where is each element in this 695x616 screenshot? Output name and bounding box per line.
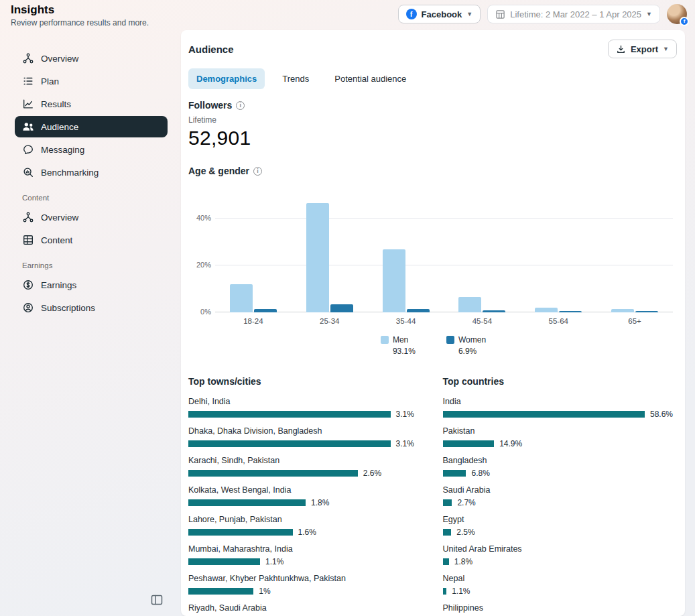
bar-list-item: India58.6% [443, 397, 678, 419]
bar-list-item: Lahore, Punjab, Pakistan1.6% [188, 515, 423, 537]
bar-item-value: 58.6% [650, 410, 673, 419]
export-button[interactable]: Export ▼ [608, 40, 677, 58]
men-bar [230, 284, 253, 312]
bar-item-row: 58.6% [443, 410, 678, 419]
bar-item-label: Nepal [443, 574, 678, 583]
tab-potential-audience[interactable]: Potential audience [326, 68, 414, 89]
age-group-35-44 [368, 195, 444, 312]
date-range-button[interactable]: Lifetime: 2 Mar 2022 – 1 Apr 2025 ▼ [487, 5, 660, 23]
bar-item-bar [443, 558, 449, 565]
bar-item-row: 3.1% [188, 410, 423, 419]
chart-line-icon [22, 98, 34, 110]
body-row: OverviewPlanResultsAudienceMessagingBenc… [0, 30, 695, 616]
men-bar [383, 249, 405, 313]
top-towns-section: Top towns/cities Delhi, India3.1%Dhaka, … [188, 376, 423, 616]
sidebar-item-label: Subscriptions [41, 303, 95, 313]
sidebar-item-label: Results [41, 99, 71, 109]
bar-item-label: India [443, 397, 678, 406]
followers-count: 52,901 [188, 127, 677, 149]
tab-trends[interactable]: Trends [274, 68, 317, 89]
sidebar-section-label-content: Content [22, 194, 168, 202]
flow-icon [22, 211, 34, 223]
sidebar-item-earnings-earnings[interactable]: Earnings [15, 274, 168, 296]
bar-item-label: Delhi, India [188, 397, 423, 406]
bar-item-row: 1.8% [443, 557, 678, 566]
bar-list-item: Bangladesh6.8% [443, 456, 678, 478]
audience-tabs: DemographicsTrendsPotential audience [188, 68, 677, 89]
insights-app: Insights Review performance results and … [0, 0, 695, 616]
women-bar [407, 309, 430, 312]
bar-item-value: 1.8% [311, 498, 329, 507]
followers-title: Followers [188, 100, 232, 111]
sidebar-item-label: Messaging [41, 145, 84, 155]
bar-item-value: 6.8% [471, 469, 489, 478]
bar-item-row: 1% [188, 587, 423, 596]
x-axis-label: 55-64 [520, 317, 596, 325]
sidebar: OverviewPlanResultsAudienceMessagingBenc… [0, 30, 181, 616]
tab-demographics[interactable]: Demographics [188, 68, 265, 89]
bar-item-row: 3.1% [188, 439, 423, 448]
bar-item-value: 3.1% [396, 439, 414, 448]
chevron-down-icon: ▼ [466, 11, 472, 17]
y-axis-tick: 40% [191, 214, 211, 222]
info-icon[interactable]: i [236, 101, 245, 110]
card-header: Audience Export ▼ [188, 40, 677, 58]
chart-legend: Men 93.1% Women 6.9% [191, 335, 676, 356]
sidebar-item-content-overview[interactable]: Overview [15, 206, 168, 228]
sidebar-item-messaging[interactable]: Messaging [15, 139, 168, 160]
age-group-25-34 [292, 195, 368, 312]
bar-item-value: 14.9% [499, 439, 522, 448]
age-gender-heading: Age & gender i [188, 166, 677, 176]
bar-list-item: Egypt2.5% [443, 515, 678, 537]
bar-item-bar [188, 470, 358, 477]
age-gender-title: Age & gender [188, 166, 249, 176]
bar-list-item: Philippines1.1% [443, 603, 678, 616]
sidebar-collapse-button[interactable] [150, 593, 164, 607]
sidebar-item-label: Audience [41, 122, 78, 132]
sidebar-item-label: Plan [41, 76, 59, 86]
bar-item-bar [188, 529, 293, 536]
bar-item-bar [443, 588, 447, 595]
person-circle-icon [22, 302, 34, 314]
bar-item-bar [443, 529, 452, 536]
sidebar-item-label: Content [41, 235, 72, 245]
sidebar-item-label: Benchmarking [41, 168, 99, 178]
page-title: Insights [11, 4, 149, 17]
bar-item-bar [443, 411, 645, 418]
y-axis-tick: 0% [191, 308, 211, 316]
bar-item-value: 1% [259, 587, 270, 596]
sidebar-item-audience[interactable]: Audience [15, 116, 168, 137]
bar-item-bar [443, 499, 452, 506]
followers-period: Lifetime [188, 115, 677, 125]
bar-item-bar [188, 558, 260, 565]
facebook-icon: f [406, 9, 417, 19]
sidebar-item-label: Overview [41, 212, 78, 223]
facebook-selector-button[interactable]: f Facebook ▼ [398, 5, 481, 23]
x-axis-label: 25-34 [292, 317, 368, 325]
bar-item-bar [443, 470, 466, 477]
export-label: Export [631, 44, 658, 54]
sidebar-item-content-content[interactable]: Content [15, 229, 168, 251]
bar-item-row: 6.8% [443, 469, 678, 478]
top-towns-title: Top towns/cities [188, 376, 423, 387]
dollar-circle-icon [22, 279, 34, 291]
bar-list-item: Kolkata, West Bengal, India1.8% [188, 485, 423, 507]
magnifier-chart-icon [22, 166, 34, 178]
bar-item-label: Mumbai, Maharashtra, India [188, 544, 423, 554]
legend-women: Women 6.9% [446, 335, 486, 356]
sidebar-item-earnings-subscriptions[interactable]: Subscriptions [15, 297, 168, 318]
avatar[interactable]: f [667, 4, 687, 24]
x-axis-label: 18-24 [215, 317, 292, 325]
calendar-grid-icon [495, 9, 505, 19]
info-icon[interactable]: i [253, 167, 262, 176]
top-bar: Insights Review performance results and … [0, 0, 695, 30]
bar-item-value: 3.1% [396, 410, 414, 419]
title-block: Insights Review performance results and … [11, 4, 149, 27]
age-group-65+ [596, 195, 673, 312]
sidebar-item-results[interactable]: Results [15, 93, 168, 115]
sidebar-item-benchmarking[interactable]: Benchmarking [15, 162, 168, 183]
sidebar-item-plan[interactable]: Plan [15, 70, 168, 92]
bar-item-label: Philippines [443, 603, 678, 613]
sidebar-item-overview[interactable]: Overview [15, 48, 168, 69]
bar-groups [215, 195, 673, 312]
